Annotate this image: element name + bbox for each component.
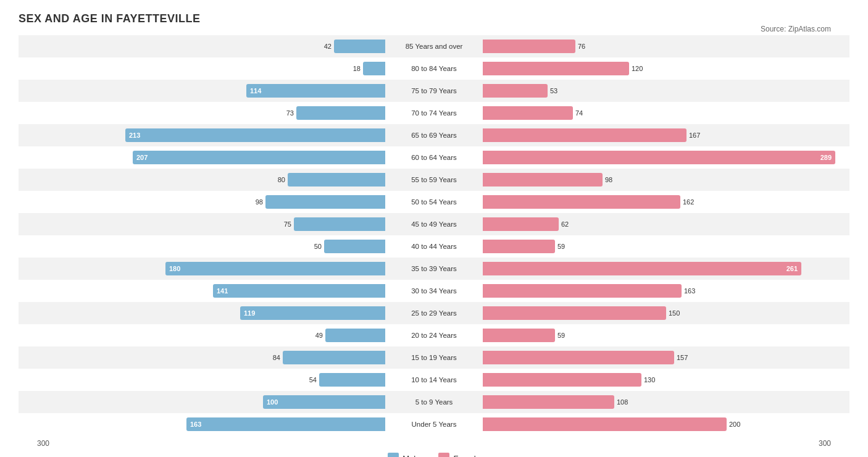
male-value: 98 (256, 198, 263, 206)
age-label: 15 to 19 Years (388, 354, 480, 361)
male-value: 213 (129, 132, 140, 139)
chart-row: 180 35 to 39 Years 261 (19, 258, 849, 280)
female-bar: 261 (483, 262, 801, 275)
male-bar: 73 (296, 106, 385, 120)
male-bar: 84 (283, 351, 385, 364)
chart-row: 18 80 to 84 Years 120 (19, 57, 849, 80)
male-bar: 98 (265, 195, 385, 209)
male-value: 119 (244, 309, 255, 317)
chart-row: 98 50 to 54 Years 162 (19, 191, 849, 213)
female-value: 150 (669, 309, 680, 317)
right-bar-container: 167 (480, 128, 849, 142)
male-bar: 42 (334, 40, 385, 53)
male-bar: 207 (133, 151, 385, 164)
right-bar-container: 130 (480, 373, 849, 387)
male-bar: 50 (324, 240, 385, 253)
age-label: Under 5 Years (388, 421, 480, 428)
left-bar-container: 207 (19, 151, 388, 164)
female-value: 289 (820, 154, 832, 161)
right-bar-container: 98 (480, 173, 849, 187)
female-value: 98 (605, 176, 612, 183)
age-label: 50 to 54 Years (388, 198, 480, 206)
female-value: 130 (644, 376, 655, 384)
female-value: 200 (729, 421, 740, 428)
male-bar: 119 (240, 306, 385, 320)
female-value: 261 (787, 265, 798, 272)
age-label: 80 to 84 Years (388, 65, 480, 72)
left-bar-container: 84 (19, 351, 388, 364)
male-value: 100 (267, 398, 278, 406)
left-bar-container: 98 (19, 195, 388, 209)
male-value: 207 (136, 154, 148, 161)
female-bar: 167 (483, 128, 686, 142)
female-bar: 162 (483, 195, 680, 209)
female-bar: 59 (483, 240, 555, 253)
male-bar: 114 (246, 84, 385, 98)
male-bar: 100 (263, 395, 385, 409)
age-label: 20 to 24 Years (388, 332, 480, 339)
left-bar-container: 50 (19, 240, 388, 253)
male-bar: 75 (294, 217, 385, 231)
legend: Male Female (19, 453, 849, 457)
female-bar: 98 (483, 173, 603, 187)
right-bar-container: 261 (480, 262, 849, 275)
right-bar-container: 150 (480, 306, 849, 320)
chart-area: 42 85 Years and over 76 18 80 to 84 Year… (19, 35, 849, 457)
age-label: 5 to 9 Years (388, 398, 480, 406)
age-label: 55 to 59 Years (388, 176, 480, 183)
male-value: 114 (250, 87, 261, 94)
chart-row: 49 20 to 24 Years 59 (19, 324, 849, 346)
age-label: 45 to 49 Years (388, 220, 480, 228)
right-bar-container: 120 (480, 62, 849, 75)
male-bar: 163 (186, 417, 385, 431)
chart-row: 73 70 to 74 Years 74 (19, 102, 849, 124)
age-label: 85 Years and over (388, 43, 480, 50)
age-label: 60 to 64 Years (388, 154, 480, 161)
left-bar-container: 73 (19, 106, 388, 120)
left-bar-container: 54 (19, 373, 388, 387)
right-bar-container: 62 (480, 217, 849, 231)
female-bar: 62 (483, 217, 559, 231)
left-bar-container: 213 (19, 128, 388, 142)
male-value: 75 (284, 220, 291, 228)
chart-row: 207 60 to 64 Years 289 (19, 146, 849, 169)
female-value: 167 (689, 132, 700, 139)
chart-row: 163 Under 5 Years 200 (19, 413, 849, 435)
female-value: 162 (683, 198, 694, 206)
female-value: 157 (677, 354, 688, 361)
female-value: 74 (575, 109, 583, 117)
male-color-box (388, 453, 399, 457)
female-bar: 76 (483, 40, 575, 53)
male-bar: 80 (288, 173, 385, 187)
male-label: Male (403, 454, 420, 458)
female-bar: 53 (483, 84, 548, 98)
age-label: 35 to 39 Years (388, 265, 480, 272)
female-value: 120 (632, 65, 643, 72)
right-bar-container: 53 (480, 84, 849, 98)
right-bar-container: 108 (480, 395, 849, 409)
legend-female: Female (438, 453, 480, 457)
right-bar-container: 76 (480, 40, 849, 53)
chart-row: 42 85 Years and over 76 (19, 35, 849, 57)
age-label: 30 to 34 Years (388, 287, 480, 295)
source-label: Source: ZipAtlas.com (761, 25, 831, 33)
axis-right-label: 300 (480, 439, 849, 448)
right-bar-container: 157 (480, 351, 849, 364)
age-label: 75 to 79 Years (388, 87, 480, 94)
left-bar-container: 100 (19, 395, 388, 409)
female-value: 62 (561, 220, 569, 228)
left-bar-container: 42 (19, 40, 388, 53)
female-bar: 150 (483, 306, 666, 320)
chart-row: 80 55 to 59 Years 98 (19, 169, 849, 191)
male-bar: 54 (319, 373, 385, 387)
male-value: 84 (273, 354, 280, 361)
axis-left-label: 300 (19, 439, 388, 448)
female-bar: 163 (483, 284, 682, 298)
right-bar-container: 74 (480, 106, 849, 120)
male-value: 50 (314, 243, 322, 250)
legend-male: Male (388, 453, 420, 457)
left-bar-container: 180 (19, 262, 388, 275)
female-bar: 108 (483, 395, 614, 409)
left-bar-container: 80 (19, 173, 388, 187)
male-bar: 141 (213, 284, 385, 298)
